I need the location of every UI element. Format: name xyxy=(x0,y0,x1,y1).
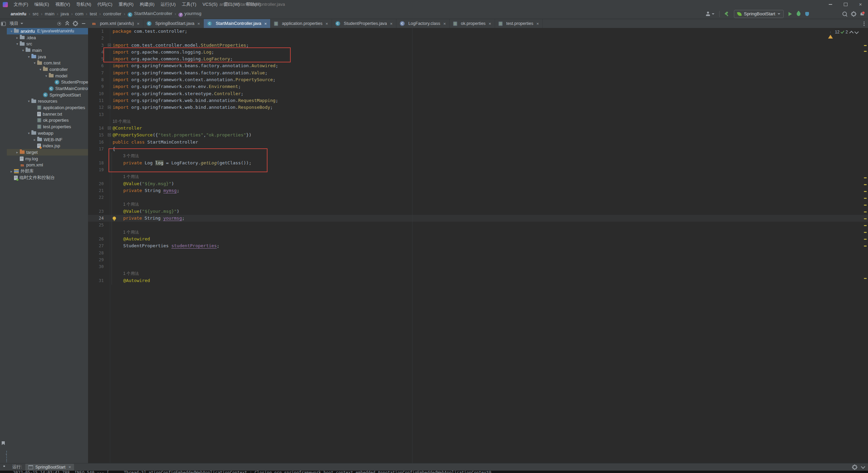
code-line[interactable]: 1 个用法 xyxy=(88,229,868,236)
minimize-button[interactable] xyxy=(823,0,838,9)
code-line[interactable]: 22 xyxy=(88,194,868,201)
usage-hint[interactable]: 1 个用法 xyxy=(123,174,139,179)
tree-row[interactable]: ▸WEB-INF xyxy=(7,136,88,143)
usage-hint[interactable]: 10 个用法 xyxy=(113,119,131,124)
code-line[interactable]: 20 @Value("${my.msg}") xyxy=(88,180,868,187)
tree-row[interactable]: ▾com.test xyxy=(7,60,88,66)
tree-expand-arrow[interactable]: ▾ xyxy=(38,68,43,71)
tree-row[interactable]: CStudentProperties xyxy=(7,79,88,86)
code-line[interactable]: 5import org.apache.commons.logging.LogFa… xyxy=(88,56,868,62)
code-line[interactable]: 25 xyxy=(88,222,868,228)
notifications-bell-icon[interactable] xyxy=(860,12,864,15)
tree-row[interactable]: ▾src xyxy=(7,41,88,47)
tree-row[interactable]: test.properties xyxy=(7,123,88,130)
usage-hint[interactable]: 1 个用法 xyxy=(123,271,139,276)
intention-bulb-icon[interactable] xyxy=(113,217,116,220)
debug-button[interactable] xyxy=(797,12,800,16)
breadcrumb-item[interactable]: controller xyxy=(103,11,121,16)
code-line[interactable]: 14@Controller xyxy=(88,125,868,132)
warning-stripe-mark[interactable] xyxy=(864,45,867,46)
tree-row[interactable]: CStartMainController xyxy=(7,85,88,92)
bookmark-icon[interactable] xyxy=(2,441,5,445)
tree-expand-arrow[interactable]: ▾ xyxy=(15,42,20,46)
fold-icon[interactable] xyxy=(108,133,111,136)
code-line[interactable]: 3import com.test.controller.model.Studen… xyxy=(88,42,868,49)
warning-stripe-mark[interactable] xyxy=(864,191,867,192)
code-line[interactable]: 28 xyxy=(88,250,868,256)
warning-stripe-mark[interactable] xyxy=(864,225,867,226)
close-icon[interactable]: × xyxy=(489,21,491,26)
breadcrumb-item[interactable]: src xyxy=(32,11,39,16)
tree-expand-arrow[interactable]: ▾ xyxy=(26,131,31,135)
tree-row[interactable]: ▾resources xyxy=(7,98,88,105)
breadcrumb-item[interactable]: main xyxy=(44,11,55,16)
tree-expand-arrow[interactable]: ▾ xyxy=(20,48,26,52)
menu-item[interactable]: 工具(T) xyxy=(179,0,200,9)
fold-icon[interactable] xyxy=(108,106,111,109)
code-line[interactable]: 29 xyxy=(88,256,868,263)
code-line[interactable]: 8import org.springframework.context.anno… xyxy=(88,76,868,83)
code-line[interactable]: 16public class StartMainController xyxy=(88,139,868,146)
tree-expand-arrow[interactable]: ▸ xyxy=(32,138,37,142)
tree-row[interactable]: ▾webapp xyxy=(7,130,88,136)
tree-row[interactable]: ▾model xyxy=(7,73,88,79)
code-line[interactable]: 7import org.springframework.beans.factor… xyxy=(88,70,868,76)
tree-expand-arrow[interactable]: ▾ xyxy=(26,99,31,103)
tree-row[interactable]: CSpringBootStart xyxy=(7,92,88,98)
tree-expand-arrow[interactable]: ▾ xyxy=(32,61,37,65)
code-line[interactable]: 10import org.springframework.stereotype.… xyxy=(88,90,868,97)
editor-tab[interactable]: mpom.xml (anxinfu)× xyxy=(88,19,143,28)
user-menu[interactable] xyxy=(706,12,714,16)
run-button[interactable] xyxy=(789,12,792,16)
editor[interactable]: 1package com.test.controller;23import co… xyxy=(88,28,868,463)
search-icon[interactable] xyxy=(842,12,847,16)
tree-row[interactable]: application.properties xyxy=(7,104,88,111)
code-line[interactable]: 6import org.springframework.beans.factor… xyxy=(88,62,868,69)
menu-item[interactable]: 文件(F) xyxy=(11,0,31,9)
code-line[interactable]: 13 xyxy=(88,111,868,118)
code-line[interactable]: 12import org.springframework.web.bind.an… xyxy=(88,104,868,111)
editor-tab[interactable]: ok.properties× xyxy=(450,19,495,28)
editor-tab[interactable]: CStudentProperties.java× xyxy=(332,19,396,28)
code-line[interactable]: 1 个用法 xyxy=(88,270,868,277)
menu-item[interactable]: 重构(R) xyxy=(115,0,136,9)
collapse-all-icon[interactable] xyxy=(66,21,69,26)
tree-expand-arrow[interactable]: ▾ xyxy=(26,55,31,59)
code-line[interactable]: 24private String yourmsg; xyxy=(88,215,868,222)
fold-icon[interactable] xyxy=(108,127,111,130)
warning-stripe-mark[interactable] xyxy=(864,218,867,219)
usage-hint[interactable]: 1 个用法 xyxy=(123,230,139,235)
close-icon[interactable]: × xyxy=(137,21,140,26)
menu-item[interactable]: 构建(B) xyxy=(136,0,157,9)
tree-row[interactable]: my.log xyxy=(7,156,88,162)
project-panel-title[interactable]: 项目 xyxy=(10,20,18,27)
close-icon[interactable]: × xyxy=(536,21,539,26)
close-icon[interactable]: × xyxy=(390,21,393,26)
tree-expand-arrow[interactable]: ▾ xyxy=(44,74,49,78)
code-line[interactable]: 19 xyxy=(88,166,868,173)
tree-row[interactable]: ▸.idea xyxy=(7,34,88,41)
breadcrumb-item[interactable]: test xyxy=(89,11,97,16)
warning-stripe-mark[interactable] xyxy=(864,198,867,199)
editor-tab[interactable]: CLogFactory.class× xyxy=(396,19,450,28)
warning-stripe-mark[interactable] xyxy=(864,239,867,240)
close-icon[interactable]: × xyxy=(264,21,267,26)
breadcrumb-item[interactable]: com xyxy=(75,11,84,16)
warning-stripe-mark[interactable] xyxy=(864,51,867,52)
fold-icon[interactable] xyxy=(108,44,111,47)
tree-row[interactable]: ▾main xyxy=(7,47,88,54)
tree-expand-arrow[interactable]: ▾ xyxy=(9,29,14,33)
code-line[interactable]: 4import org.apache.commons.logging.Log; xyxy=(88,49,868,56)
tree-expand-arrow[interactable]: ▸ xyxy=(15,150,20,154)
close-icon[interactable]: × xyxy=(198,21,200,26)
breadcrumb-item[interactable]: fyourmsg xyxy=(178,11,202,17)
tab-options-button[interactable] xyxy=(860,19,868,28)
close-icon[interactable]: × xyxy=(443,21,446,26)
tool-window-switcher-icon[interactable] xyxy=(3,465,7,469)
warning-stripe-mark[interactable] xyxy=(864,177,867,178)
breadcrumb-item[interactable]: CStartMainController xyxy=(127,11,173,17)
usage-hint[interactable]: 3 个用法 xyxy=(123,153,139,158)
code-line[interactable]: 1package com.test.controller; xyxy=(88,28,868,35)
tree-row[interactable]: banner.txt xyxy=(7,111,88,117)
close-button[interactable]: × xyxy=(853,0,868,9)
